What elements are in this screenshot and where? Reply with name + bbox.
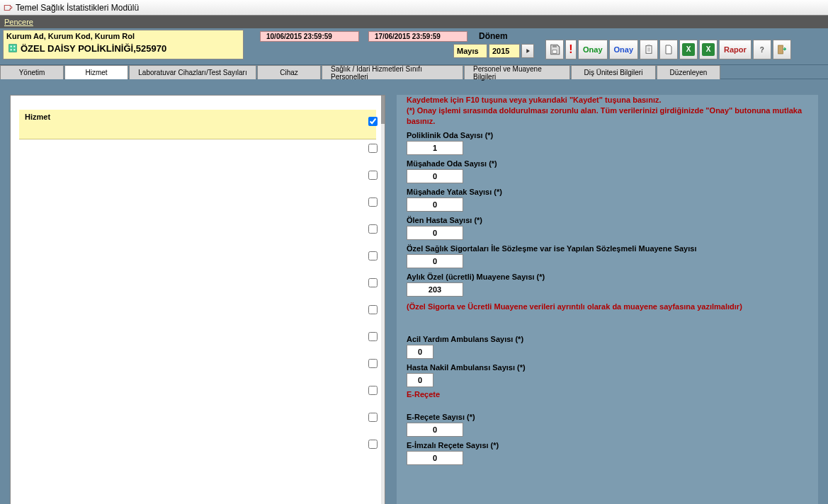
- hizmet-checkbox-10[interactable]: [368, 359, 378, 368]
- input-poliklinik[interactable]: 1: [407, 141, 463, 155]
- label-eimzali: E-İmzalı Reçete Sayısı (*): [407, 441, 812, 449]
- hizmet-checkbox-8[interactable]: [368, 305, 378, 314]
- hizmet-checkbox-4[interactable]: [368, 197, 378, 207]
- label-acil-ambulans: Acil Yardım Ambulans Sayısı (*): [407, 335, 812, 343]
- hizmet-checkbox-6[interactable]: [368, 251, 378, 260]
- alert-icon[interactable]: !: [565, 40, 577, 59]
- excel-export-2-button[interactable]: X: [699, 40, 718, 59]
- hizmet-checkbox-2[interactable]: [368, 144, 378, 153]
- svg-rect-3: [11, 49, 12, 50]
- hizmet-checkbox-5[interactable]: [368, 224, 378, 234]
- new-document-button[interactable]: [659, 40, 678, 59]
- note-ozel-sigorta: (Özel Sigorta ve Ücretli Muayene veriler…: [407, 302, 812, 311]
- hizmet-list-header: Hizmet: [19, 110, 376, 139]
- period-selector: Mayıs 2015: [453, 44, 534, 58]
- tab-laboratuvar[interactable]: Laboratuvar Cihazları/Test Sayıları: [129, 65, 256, 79]
- svg-rect-6: [552, 50, 557, 54]
- erecete-heading: E-Reçete: [407, 390, 812, 399]
- menu-window[interactable]: Pencere: [4, 18, 33, 26]
- onay-blue-button[interactable]: Onay: [609, 40, 639, 59]
- label-musahade-yatak: Müşahade Yatak Sayısı (*): [407, 188, 812, 196]
- hizmet-checkbox-11[interactable]: [368, 386, 378, 395]
- period-month[interactable]: Mayıs: [453, 44, 487, 58]
- content-area: Hizmet Kaydetmek için F10 tuşuna veya yu…: [0, 79, 828, 504]
- institution-text: ÖZEL DAİSY POLİKLİNİĞİ,525970: [21, 43, 166, 54]
- hizmet-checkbox-7[interactable]: [368, 278, 378, 287]
- svg-rect-4: [13, 49, 15, 50]
- label-erecete: E-Reçete Sayısı (*): [407, 413, 812, 421]
- hizmet-checkbox-13[interactable]: [368, 440, 378, 449]
- main-toolbar: ! Onay Onay X X Rapor ?: [545, 40, 791, 59]
- label-olen-hasta: Ölen Hasta Sayısı (*): [407, 216, 812, 224]
- rapor-button[interactable]: Rapor: [719, 40, 752, 59]
- label-aylik-ozel: Aylık Özel (ücretli) Muayene Sayısı (*): [407, 273, 812, 281]
- tab-cihaz[interactable]: Cihaz: [257, 65, 321, 79]
- institution-box: Kurum Ad, Kurum Kod, Kurum Rol ÖZEL DAİS…: [3, 30, 244, 59]
- help-button[interactable]: ?: [753, 40, 771, 59]
- clipboard-button[interactable]: [640, 40, 658, 59]
- label-poliklinik: Poliklinik Oda Sayısı (*): [407, 131, 812, 139]
- office-icon: [6, 42, 19, 55]
- input-musahade-oda[interactable]: 0: [407, 169, 463, 183]
- tab-personel-muayene[interactable]: Personel ve Muayene Bilgileri: [464, 65, 570, 79]
- period-year[interactable]: 2015: [489, 44, 520, 58]
- institution-value: ÖZEL DAİSY POLİKLİNİĞİ,525970: [6, 42, 240, 55]
- period-confirm-button[interactable]: [521, 44, 534, 58]
- date-field-2[interactable]: 17/06/2015 23:59:59: [368, 31, 467, 42]
- hizmet-checkbox-9[interactable]: [368, 332, 378, 341]
- date-field-1[interactable]: 10/06/2015 23:59:59: [260, 31, 359, 42]
- tab-saglik-personel[interactable]: Sağlık / İdari Hizmetleri Sınıfı Persone…: [322, 65, 463, 79]
- warning-block: Kaydetmek için F10 tuşuna veya yukarıdak…: [407, 95, 812, 127]
- input-nakil-ambulans[interactable]: 0: [407, 373, 433, 387]
- hizmet-checkbox-12[interactable]: [368, 413, 378, 422]
- tab-yonetim[interactable]: Yönetim: [0, 65, 64, 79]
- tab-bar: Yönetim Hizmet Laboratuvar Cihazları/Tes…: [0, 65, 828, 79]
- label-musahade-oda: Müşahade Oda Sayısı (*): [407, 159, 812, 168]
- hizmet-checkbox-3[interactable]: [368, 171, 378, 180]
- warn-line-1: Kaydetmek için F10 tuşuna veya yukarıdak…: [407, 95, 812, 105]
- svg-rect-8: [647, 45, 650, 46]
- exit-button[interactable]: [773, 40, 791, 59]
- label-nakil-ambulans: Hasta Nakil Ambulansı Sayısı (*): [407, 363, 812, 372]
- svg-rect-0: [9, 45, 17, 52]
- input-erecete[interactable]: 0: [407, 423, 463, 437]
- input-olen-hasta[interactable]: 0: [407, 226, 463, 240]
- input-musahade-yatak[interactable]: 0: [407, 197, 463, 212]
- period-label: Dönem: [479, 31, 508, 41]
- scroll-thumb[interactable]: [381, 96, 385, 124]
- institution-header: Kurum Ad, Kurum Kod, Kurum Rol: [6, 32, 240, 40]
- left-scrollbar[interactable]: [381, 96, 385, 504]
- tab-dis-unitesi[interactable]: Diş Ünitesi Bilgileri: [571, 65, 656, 79]
- hizmet-list-panel: Hizmet: [10, 95, 385, 504]
- tab-duzenleyen[interactable]: Düzenleyen: [657, 65, 720, 79]
- svg-rect-12: [778, 45, 783, 54]
- top-toolbar-area: Kurum Ad, Kurum Kod, Kurum Rol ÖZEL DAİS…: [0, 28, 828, 65]
- title-bar: Temel Sağlık İstatistikleri Modülü: [0, 0, 828, 16]
- svg-rect-1: [11, 46, 12, 47]
- hizmet-checkbox-1[interactable]: [368, 117, 378, 126]
- label-ozel-sigorta: Özel Sağlık Sigortaları İle Sözleşme var…: [407, 244, 761, 253]
- menu-bar[interactable]: Pencere: [0, 16, 828, 28]
- input-ozel-sigorta[interactable]: 0: [407, 254, 463, 268]
- java-icon: [3, 3, 13, 13]
- svg-rect-5: [552, 45, 557, 47]
- form-panel: Kaydetmek için F10 tuşuna veya yukarıdak…: [397, 95, 818, 504]
- input-eimzali[interactable]: 0: [407, 451, 463, 465]
- checkbox-column: [368, 117, 378, 449]
- onay-green-button[interactable]: Onay: [578, 40, 608, 59]
- svg-rect-2: [13, 46, 15, 47]
- excel-export-1-button[interactable]: X: [679, 40, 698, 59]
- input-acil-ambulans[interactable]: 0: [407, 345, 433, 359]
- window-title: Temel Sağlık İstatistikleri Modülü: [16, 3, 139, 13]
- input-aylik-ozel[interactable]: 203: [407, 282, 463, 297]
- save-button[interactable]: [545, 40, 564, 59]
- tab-hizmet[interactable]: Hizmet: [64, 65, 128, 79]
- warn-line-2: (*) Onay işlemi sırasında doldurulması z…: [407, 105, 812, 127]
